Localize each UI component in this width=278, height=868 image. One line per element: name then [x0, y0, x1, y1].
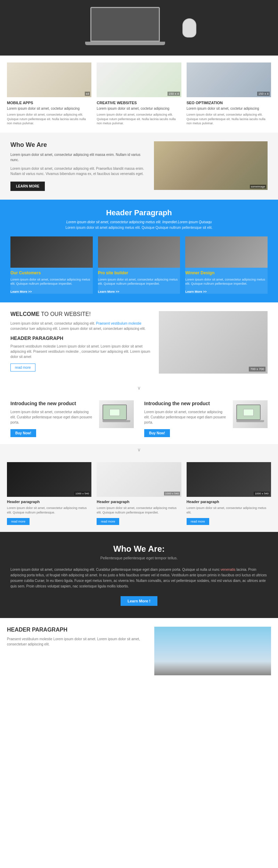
learn-more-dark-button[interactable]: Learn More !: [121, 596, 157, 606]
blue-learn-more-3[interactable]: Learn More >>: [185, 290, 207, 293]
post-image-3: 1000 x 540: [187, 462, 271, 497]
post-text-3: Lorem ipsum dolor sit amet, consectetur …: [187, 506, 271, 515]
post-text-2: Lorem ipsum dolor sit amet, consectetur …: [97, 506, 181, 515]
post-item-3: 1000 x 540 Header paragraph Lorem ipsum …: [187, 462, 271, 525]
post-read-more-2[interactable]: read more: [97, 518, 119, 525]
product-content-1: Introducing the new product Lorem ipsum …: [10, 400, 95, 437]
post-item-2: 1000 x 540 Header paragraph Lorem ipsum …: [97, 462, 181, 525]
post-title-1: Header paragraph: [7, 500, 91, 504]
product-item-2: Introducing the new product Lorem ipsum …: [144, 400, 268, 437]
blue-card-title-3: Winner Design: [185, 270, 268, 275]
buy-now-btn-1[interactable]: Buy Now!: [10, 429, 36, 437]
post-item-1: 1000 x 540 Header paragraph Lorem ipsum …: [7, 462, 91, 525]
welcome-text-1: Lorem ipsum dolor sit amet, consectetur …: [10, 321, 152, 331]
post-title-3: Header paragraph: [187, 500, 271, 504]
blue-subtitle: Lorem ipsum dolor sit amet, consectetur …: [10, 220, 268, 224]
who-image: someimage: [154, 141, 268, 190]
card-subtitle-3: Lorem ipsum dolor sit amet, coctetur adi…: [187, 107, 271, 110]
blue-card-text-2: Lorem ipsum dolor sit amet, consectetur …: [98, 277, 180, 286]
card-subtitle-1: Lorem ipsum dolor sit amet, coctetur adi…: [7, 107, 91, 110]
last-section: HEADER PARAGRAPH Praesent vestibulum mol…: [0, 618, 278, 684]
post-img-label-3: 1000 x 540: [254, 492, 270, 495]
product-laptop-icon-2: [236, 404, 264, 424]
blue-card-site-builder: Pro site builder Lorem ipsum dolor sit a…: [98, 236, 180, 294]
welcome-text-2: Praesent vestibulum molestie Lorem ipsum…: [10, 344, 152, 359]
card-img-label-1: x4: [85, 92, 90, 96]
card-title-3: SEO OPTIMIZATION: [187, 101, 271, 105]
laptop-screen: [90, 7, 160, 42]
post-read-more-3[interactable]: read more: [187, 518, 209, 525]
card-image-creative: 150 x 4: [97, 62, 181, 97]
read-more-button[interactable]: read more: [10, 364, 35, 372]
welcome-image-label: 700 x 700: [249, 367, 265, 372]
card-text-1: Lorem ipsum dolor sit amet, consectetur …: [7, 112, 91, 126]
card-title-1: MOBILE APPS: [7, 101, 91, 105]
post-read-more-1[interactable]: read more: [7, 518, 30, 525]
post-text-1: Lorem ipsum dolor sit amet, consectetur …: [7, 506, 91, 515]
product-image-inner-2: [233, 400, 268, 428]
blue-text: Lorem ipsum dolor sit amet adipiscing me…: [10, 226, 268, 229]
blue-card-img-3: [185, 236, 268, 268]
blue-card-img-2: [98, 236, 180, 268]
product-item-1: Introducing the new product Lorem ipsum …: [10, 400, 134, 437]
dark-who-section: Who We Are: Pellentesque pellentesque eg…: [0, 532, 278, 618]
welcome-link[interactable]: Praesent vestibulum molestie: [96, 322, 141, 325]
who-image-label: someimage: [250, 185, 266, 189]
dark-text-link[interactable]: venenatis: [221, 568, 236, 571]
buy-now-btn-2[interactable]: Buy Now!: [144, 429, 170, 437]
product-image-inner-1: [99, 400, 134, 428]
blue-card-text-3: Lorem ipsum dolor sit amet, consectetur …: [185, 277, 268, 286]
welcome-title: WELCOME TO OUR WEBSITE!: [10, 311, 152, 317]
product-image-2: [233, 400, 268, 428]
product-laptop-icon-1: [103, 404, 130, 424]
last-image: [154, 627, 271, 675]
blue-card-img-1: [10, 236, 93, 268]
last-title: HEADER PARAGRAPH: [7, 627, 147, 633]
card-image-seo: 150 x 4: [187, 62, 271, 97]
product-text-2: Lorem ipsum dolor sit amet, consectetur …: [144, 409, 229, 425]
dark-title: Who We Are:: [10, 544, 268, 554]
product-text-1: Lorem ipsum dolor sit amet, consectetur …: [10, 409, 95, 425]
blue-card-title-2: Pro site builder: [98, 270, 180, 275]
learn-more-button[interactable]: LEARN MORE: [10, 182, 45, 191]
sky-visual: [154, 627, 271, 675]
last-content: HEADER PARAGRAPH Praesent vestibulum mol…: [7, 627, 147, 675]
blue-learn-more-2[interactable]: Learn More >>: [98, 290, 120, 293]
post-image-2: 1000 x 540: [97, 462, 181, 497]
who-text-2: Lorem ipsum dolor sit amet, consectetur …: [10, 166, 147, 176]
dark-text: Lorem ipsum dolor sit amet, consectetur …: [10, 567, 268, 589]
post-image-1: 1000 x 540: [7, 462, 91, 497]
blue-cards-container: Our Customers Lorem ipsum dolor sit amet…: [10, 236, 268, 294]
hero-section: [0, 0, 278, 56]
card-text-3: Lorem ipsum dolor sit amet, consectetur …: [187, 112, 271, 126]
card-creative-websites: 150 x 4 CREATIVE WEBSITES Lorem ipsum do…: [97, 62, 181, 126]
blue-learn-more-1[interactable]: Learn More >>: [10, 290, 32, 293]
dark-subtitle: Pellentesque pellentesque eget tempor te…: [10, 556, 268, 560]
chevron-divider-2: ∨: [0, 444, 278, 455]
blue-card-title-1: Our Customers: [10, 270, 93, 275]
card-seo: 150 x 4 SEO OPTIMIZATION Lorem ipsum dol…: [187, 62, 271, 126]
card-mobile-apps: x4 MOBILE APPS Lorem ipsum dolor sit ame…: [7, 62, 91, 126]
who-title: Who We Are: [10, 141, 147, 149]
blue-card-customers: Our Customers Lorem ipsum dolor sit amet…: [10, 236, 93, 294]
welcome-image: 700 x 700: [159, 311, 268, 374]
product-title-2: Introducing the new product: [144, 400, 229, 407]
hero-visual: [82, 7, 196, 49]
card-img-label-3: 150 x 4: [257, 92, 270, 96]
hero-mouse: [182, 18, 196, 37]
card-text-2: Lorem ipsum dolor sit amet, consectetur …: [97, 112, 181, 126]
header-paragraph-title: HEADER PARAGRAPH: [10, 335, 152, 341]
product-title-1: Introducing the new product: [10, 400, 95, 407]
card-subtitle-2: Lorem ipsum dolor sit amet, coctetur adi…: [97, 107, 181, 110]
sky-ground: [154, 661, 271, 675]
last-text: Praesent vestibulum molestie Lorem ipsum…: [7, 636, 147, 647]
product-content-2: Introducing the new product Lorem ipsum …: [144, 400, 229, 437]
post-img-label-1: 1000 x 540: [74, 492, 90, 495]
services-cards-section: x4 MOBILE APPS Lorem ipsum dolor sit ame…: [0, 56, 278, 133]
who-content: Who We Are Lorem ipsum dolor sit amet, c…: [10, 141, 147, 191]
card-img-label-2: 150 x 4: [167, 92, 180, 96]
hero-laptop: [82, 7, 169, 49]
blue-promo-section: Header Paragraph Lorem ipsum dolor sit a…: [0, 200, 278, 302]
laptop-screen-product-2: [236, 404, 261, 420]
laptop-base: [85, 42, 165, 45]
